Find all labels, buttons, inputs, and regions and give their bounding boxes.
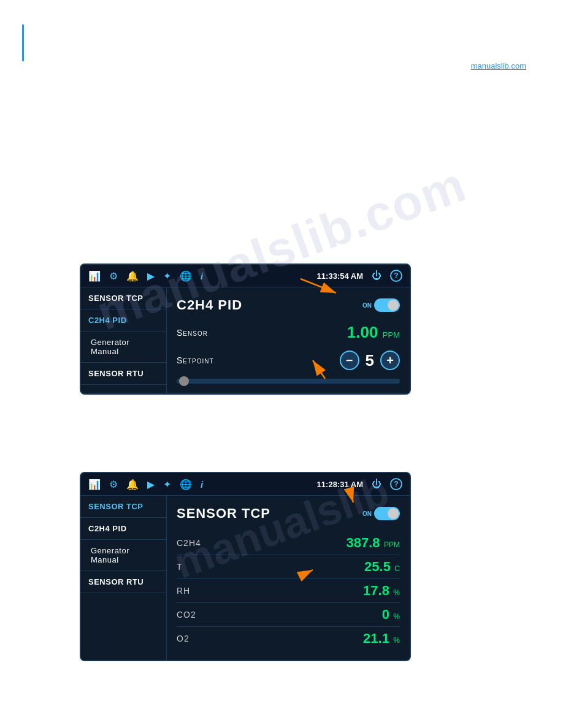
sensor-tcp-value-co2: 0 (382, 607, 389, 622)
sensor-tcp-row-rh: RH 17.8 % (177, 579, 400, 603)
device2-sidebar: SENSOR TCP C2H4 PID Generator Manual SEN… (81, 496, 167, 660)
device2: 📊 ⚙ 🔔 ▶ ✦ 🌐 i 11:28:31 AM ⏻ ? SENSOR TCP… (80, 472, 411, 661)
device1-panel-title: C2H4 PID (177, 297, 242, 313)
sensor-tcp-value-group-rh: 17.8 % (363, 583, 400, 599)
device1-slider-track[interactable] (177, 379, 400, 384)
device2-chart-icon[interactable]: 📊 (88, 479, 101, 490)
play-icon[interactable]: ▶ (147, 270, 155, 282)
sensor-tcp-label-t: T (177, 562, 213, 572)
device1-toggle[interactable]: ON (362, 298, 400, 312)
sensor-tcp-label-rh: RH (177, 586, 213, 596)
device1-sensor-row: Sensor 1.00 PPM (177, 323, 400, 342)
sidebar-item-sensor-tcp[interactable]: SENSOR TCP (81, 287, 166, 309)
device2-sidebar-item-sensor-tcp[interactable]: SENSOR TCP (81, 496, 166, 518)
device1-main: C2H4 PID ON Sensor 1.00 PPM Setpoint (167, 287, 410, 393)
device1-toggle-label: ON (362, 302, 372, 309)
device1-help-icon[interactable]: ? (390, 270, 402, 282)
device2-main: SENSOR TCP ON C2H4 387.8 PPM T (167, 496, 410, 660)
device2-help-icon[interactable]: ? (390, 478, 402, 490)
device1-time: 11:33:54 AM (317, 271, 363, 281)
sensor-tcp-value-c2h4: 387.8 (346, 535, 380, 550)
device2-toggle-label: ON (362, 510, 372, 517)
device1-sensor-value: 1.00 (347, 323, 378, 341)
sidebar-item-sensor-rtu[interactable]: SENSOR RTU (81, 363, 166, 385)
top-link[interactable]: manualslib.com (471, 61, 526, 70)
device2-play-icon[interactable]: ▶ (147, 479, 155, 490)
device1-setpoint-plus[interactable]: + (380, 351, 400, 370)
sensor-tcp-value-t: 25.5 (364, 559, 391, 574)
device1-toggle-track[interactable] (374, 298, 400, 312)
device2-toggle-thumb (388, 508, 399, 519)
device1-slider-thumb[interactable] (179, 376, 189, 386)
sensor-tcp-label-c2h4: C2H4 (177, 538, 213, 548)
sensor-tcp-unit-t: C (394, 564, 400, 573)
device1-setpoint-label: Setpoint (177, 355, 214, 365)
sensor-tcp-label-co2: CO2 (177, 610, 213, 620)
device2-toolbar: 📊 ⚙ 🔔 ▶ ✦ 🌐 i 11:28:31 AM ⏻ ? (81, 473, 410, 496)
device2-panel-title: SENSOR TCP (177, 506, 270, 521)
device2-sidebar-item-sensor-rtu[interactable]: SENSOR RTU (81, 571, 166, 593)
info-icon[interactable]: i (201, 271, 203, 281)
sensor-tcp-unit-c2h4: PPM (384, 540, 400, 549)
device1-setpoint-minus[interactable]: − (340, 351, 359, 370)
device1-sidebar: SENSOR TCP C2H4 PID Generator Manual SEN… (81, 287, 167, 393)
device1-setpoint-controls: − 5 + (340, 351, 400, 370)
sensor-tcp-value-group-c2h4: 387.8 PPM (346, 535, 400, 551)
left-bar (22, 25, 24, 61)
globe-icon[interactable]: 🌐 (180, 270, 192, 282)
sensor-tcp-row-c2h4: C2H4 387.8 PPM (177, 531, 400, 555)
sensor-tcp-unit-rh: % (393, 588, 400, 597)
device2-info-icon[interactable]: i (201, 479, 203, 490)
sensor-tcp-value-rh: 17.8 (363, 583, 389, 598)
device1-sensor-unit: PPM (383, 330, 400, 339)
device1-toolbar: 📊 ⚙ 🔔 ▶ ✦ 🌐 i 11:33:54 AM ⏻ ? (81, 265, 410, 287)
device1-sensor-label: Sensor (177, 328, 208, 338)
sensor-tcp-value-group-o2: 21.1 % (363, 631, 400, 646)
sliders-icon[interactable]: ⚙ (109, 270, 118, 282)
sensor-tcp-unit-o2: % (393, 636, 400, 645)
device2-toggle-track[interactable] (374, 507, 400, 520)
device1-power-icon[interactable]: ⏻ (372, 270, 381, 281)
sensor-tcp-row-o2: O2 21.1 % (177, 627, 400, 650)
sensor-tcp-value-group-t: 25.5 C (364, 559, 400, 575)
device2-toggle[interactable]: ON (362, 507, 400, 520)
chart-icon[interactable]: 📊 (88, 270, 101, 282)
device2-bell-icon[interactable]: 🔔 (126, 479, 139, 490)
device2-sidebar-item-c2h4-pid[interactable]: C2H4 PID (81, 518, 166, 540)
device1-body: SENSOR TCP C2H4 PID Generator Manual SEN… (81, 287, 410, 393)
device1-panel-header: C2H4 PID ON (177, 297, 400, 313)
gear-icon[interactable]: ✦ (163, 270, 171, 282)
device1: 📊 ⚙ 🔔 ▶ ✦ 🌐 i 11:33:54 AM ⏻ ? SENSOR TCP… (80, 264, 411, 395)
bell-icon[interactable]: 🔔 (126, 270, 139, 282)
device1-toggle-thumb (388, 300, 399, 311)
sensor-tcp-row-t: T 25.5 C (177, 555, 400, 579)
device1-sensor-value-group: 1.00 PPM (347, 323, 400, 342)
sensor-tcp-unit-co2: % (393, 612, 400, 621)
device2-sliders-icon[interactable]: ⚙ (109, 479, 118, 490)
sensor-tcp-row-co2: CO2 0 % (177, 603, 400, 627)
device2-sidebar-item-generator-manual[interactable]: Generator Manual (81, 540, 166, 571)
sidebar-item-generator-manual[interactable]: Generator Manual (81, 332, 166, 363)
device1-setpoint-row: Setpoint − 5 + (177, 351, 400, 370)
device2-time: 11:28:31 AM (317, 480, 363, 489)
sidebar-item-c2h4-pid[interactable]: C2H4 PID (81, 309, 166, 332)
sensor-tcp-value-o2: 21.1 (363, 631, 389, 646)
device2-power-icon[interactable]: ⏻ (372, 479, 381, 490)
device2-gear-icon[interactable]: ✦ (163, 479, 171, 490)
sensor-tcp-label-o2: O2 (177, 634, 213, 643)
device2-globe-icon[interactable]: 🌐 (180, 479, 192, 490)
device1-slider-container (177, 379, 400, 384)
device2-body: SENSOR TCP C2H4 PID Generator Manual SEN… (81, 496, 410, 660)
device1-setpoint-value: 5 (366, 351, 374, 370)
sensor-tcp-value-group-co2: 0 % (382, 607, 400, 623)
device2-panel-header: SENSOR TCP ON (177, 506, 400, 521)
